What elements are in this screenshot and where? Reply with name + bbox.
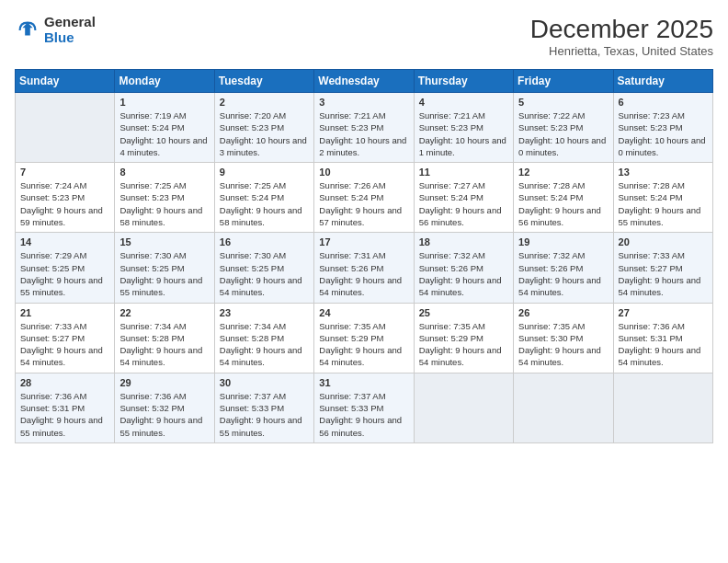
- day-number: 4: [419, 97, 508, 108]
- calendar-cell: 28Sunrise: 7:36 AMSunset: 5:31 PMDayligh…: [16, 373, 115, 442]
- logo-general-text: General: [44, 15, 96, 30]
- day-number: 9: [220, 167, 309, 178]
- day-info: Sunrise: 7:25 AMSunset: 5:24 PMDaylight:…: [220, 179, 309, 228]
- logo-blue-text: Blue: [44, 30, 96, 46]
- calendar-cell: 29Sunrise: 7:36 AMSunset: 5:32 PMDayligh…: [115, 373, 214, 442]
- calendar-cell: 13Sunrise: 7:28 AMSunset: 5:24 PMDayligh…: [613, 163, 712, 233]
- day-info: Sunrise: 7:20 AMSunset: 5:23 PMDaylight:…: [220, 109, 309, 158]
- day-number: 1: [119, 97, 209, 108]
- calendar-cell: 1Sunrise: 7:19 AMSunset: 5:24 PMDaylight…: [115, 93, 214, 163]
- day-number: 19: [518, 236, 608, 247]
- calendar-cell: 5Sunrise: 7:22 AMSunset: 5:23 PMDaylight…: [514, 93, 613, 163]
- day-info: Sunrise: 7:27 AMSunset: 5:24 PMDaylight:…: [419, 179, 508, 228]
- calendar-cell: 3Sunrise: 7:21 AMSunset: 5:23 PMDaylight…: [314, 93, 414, 163]
- day-info: Sunrise: 7:37 AMSunset: 5:33 PMDaylight:…: [319, 390, 408, 439]
- day-info: Sunrise: 7:30 AMSunset: 5:25 PMDaylight:…: [119, 249, 209, 298]
- day-info: Sunrise: 7:31 AMSunset: 5:26 PMDaylight:…: [319, 249, 408, 298]
- calendar-cell: 25Sunrise: 7:35 AMSunset: 5:29 PMDayligh…: [414, 303, 513, 373]
- calendar-cell: [613, 373, 712, 442]
- day-info: Sunrise: 7:36 AMSunset: 5:32 PMDaylight:…: [119, 390, 209, 439]
- title-block: December 2025 Henrietta, Texas, United S…: [530, 15, 713, 58]
- day-number: 18: [419, 236, 508, 247]
- day-info: Sunrise: 7:24 AMSunset: 5:23 PMDaylight:…: [20, 179, 109, 228]
- calendar-cell: 4Sunrise: 7:21 AMSunset: 5:23 PMDaylight…: [414, 93, 513, 163]
- day-info: Sunrise: 7:33 AMSunset: 5:27 PMDaylight:…: [619, 249, 708, 298]
- weekday-header-row: SundayMondayTuesdayWednesdayThursdayFrid…: [16, 70, 713, 93]
- day-info: Sunrise: 7:34 AMSunset: 5:28 PMDaylight:…: [220, 320, 309, 369]
- day-number: 29: [119, 377, 209, 388]
- day-number: 22: [119, 307, 209, 318]
- calendar-cell: 17Sunrise: 7:31 AMSunset: 5:26 PMDayligh…: [314, 233, 414, 303]
- calendar-cell: 7Sunrise: 7:24 AMSunset: 5:23 PMDaylight…: [16, 163, 115, 233]
- weekday-header-thursday: Thursday: [414, 70, 513, 93]
- day-info: Sunrise: 7:32 AMSunset: 5:26 PMDaylight:…: [419, 249, 508, 298]
- day-number: 21: [20, 307, 109, 318]
- day-number: 24: [319, 307, 408, 318]
- day-number: 17: [319, 236, 408, 247]
- calendar-cell: 9Sunrise: 7:25 AMSunset: 5:24 PMDaylight…: [214, 163, 313, 233]
- logo: General Blue: [15, 15, 96, 45]
- day-info: Sunrise: 7:37 AMSunset: 5:33 PMDaylight:…: [220, 390, 309, 439]
- day-number: 15: [119, 236, 209, 247]
- day-info: Sunrise: 7:36 AMSunset: 5:31 PMDaylight:…: [20, 390, 109, 439]
- logo-text: General Blue: [44, 15, 96, 45]
- day-info: Sunrise: 7:23 AMSunset: 5:23 PMDaylight:…: [619, 109, 708, 158]
- calendar-cell: 16Sunrise: 7:30 AMSunset: 5:25 PMDayligh…: [214, 233, 313, 303]
- page-header: General Blue December 2025 Henrietta, Te…: [15, 15, 713, 58]
- weekday-header-tuesday: Tuesday: [214, 70, 313, 93]
- day-number: 13: [619, 167, 708, 178]
- calendar-week-2: 7Sunrise: 7:24 AMSunset: 5:23 PMDaylight…: [16, 163, 713, 233]
- weekday-header-wednesday: Wednesday: [314, 70, 414, 93]
- weekday-header-monday: Monday: [115, 70, 214, 93]
- calendar-cell: 26Sunrise: 7:35 AMSunset: 5:30 PMDayligh…: [514, 303, 613, 373]
- day-number: 20: [619, 236, 708, 247]
- calendar-cell: [16, 93, 115, 163]
- day-info: Sunrise: 7:35 AMSunset: 5:30 PMDaylight:…: [518, 320, 608, 369]
- calendar-cell: 30Sunrise: 7:37 AMSunset: 5:33 PMDayligh…: [214, 373, 313, 442]
- day-number: 30: [220, 377, 309, 388]
- weekday-header-sunday: Sunday: [16, 70, 115, 93]
- calendar-cell: 11Sunrise: 7:27 AMSunset: 5:24 PMDayligh…: [414, 163, 513, 233]
- calendar-cell: 10Sunrise: 7:26 AMSunset: 5:24 PMDayligh…: [314, 163, 414, 233]
- calendar-week-4: 21Sunrise: 7:33 AMSunset: 5:27 PMDayligh…: [16, 303, 713, 373]
- calendar-cell: [414, 373, 513, 442]
- calendar-cell: 8Sunrise: 7:25 AMSunset: 5:23 PMDaylight…: [115, 163, 214, 233]
- logo-icon: [15, 17, 40, 43]
- calendar-cell: 23Sunrise: 7:34 AMSunset: 5:28 PMDayligh…: [214, 303, 313, 373]
- weekday-header-saturday: Saturday: [613, 70, 712, 93]
- day-number: 31: [319, 377, 408, 388]
- calendar-cell: [514, 373, 613, 442]
- weekday-header-friday: Friday: [514, 70, 613, 93]
- calendar-cell: 31Sunrise: 7:37 AMSunset: 5:33 PMDayligh…: [314, 373, 414, 442]
- month-title: December 2025: [530, 15, 713, 44]
- day-info: Sunrise: 7:26 AMSunset: 5:24 PMDaylight:…: [319, 179, 408, 228]
- calendar-cell: 21Sunrise: 7:33 AMSunset: 5:27 PMDayligh…: [16, 303, 115, 373]
- day-info: Sunrise: 7:21 AMSunset: 5:23 PMDaylight:…: [319, 109, 408, 158]
- day-number: 27: [619, 307, 708, 318]
- day-info: Sunrise: 7:28 AMSunset: 5:24 PMDaylight:…: [518, 179, 608, 228]
- calendar-cell: 20Sunrise: 7:33 AMSunset: 5:27 PMDayligh…: [613, 233, 712, 303]
- day-info: Sunrise: 7:35 AMSunset: 5:29 PMDaylight:…: [419, 320, 508, 369]
- day-info: Sunrise: 7:29 AMSunset: 5:25 PMDaylight:…: [20, 249, 109, 298]
- day-number: 6: [619, 97, 708, 108]
- day-info: Sunrise: 7:25 AMSunset: 5:23 PMDaylight:…: [119, 179, 209, 228]
- calendar-cell: 18Sunrise: 7:32 AMSunset: 5:26 PMDayligh…: [414, 233, 513, 303]
- day-number: 11: [419, 167, 508, 178]
- day-number: 28: [20, 377, 109, 388]
- calendar-cell: 22Sunrise: 7:34 AMSunset: 5:28 PMDayligh…: [115, 303, 214, 373]
- day-info: Sunrise: 7:30 AMSunset: 5:25 PMDaylight:…: [220, 249, 309, 298]
- day-number: 12: [518, 167, 608, 178]
- day-info: Sunrise: 7:19 AMSunset: 5:24 PMDaylight:…: [119, 109, 209, 158]
- day-number: 25: [419, 307, 508, 318]
- calendar-cell: 27Sunrise: 7:36 AMSunset: 5:31 PMDayligh…: [613, 303, 712, 373]
- day-number: 10: [319, 167, 408, 178]
- day-number: 5: [518, 97, 608, 108]
- day-info: Sunrise: 7:28 AMSunset: 5:24 PMDaylight:…: [619, 179, 708, 228]
- location-text: Henrietta, Texas, United States: [530, 44, 713, 58]
- day-info: Sunrise: 7:33 AMSunset: 5:27 PMDaylight:…: [20, 320, 109, 369]
- calendar-cell: 2Sunrise: 7:20 AMSunset: 5:23 PMDaylight…: [214, 93, 313, 163]
- day-info: Sunrise: 7:34 AMSunset: 5:28 PMDaylight:…: [119, 320, 209, 369]
- day-number: 8: [119, 167, 209, 178]
- day-info: Sunrise: 7:21 AMSunset: 5:23 PMDaylight:…: [419, 109, 508, 158]
- calendar-cell: 12Sunrise: 7:28 AMSunset: 5:24 PMDayligh…: [514, 163, 613, 233]
